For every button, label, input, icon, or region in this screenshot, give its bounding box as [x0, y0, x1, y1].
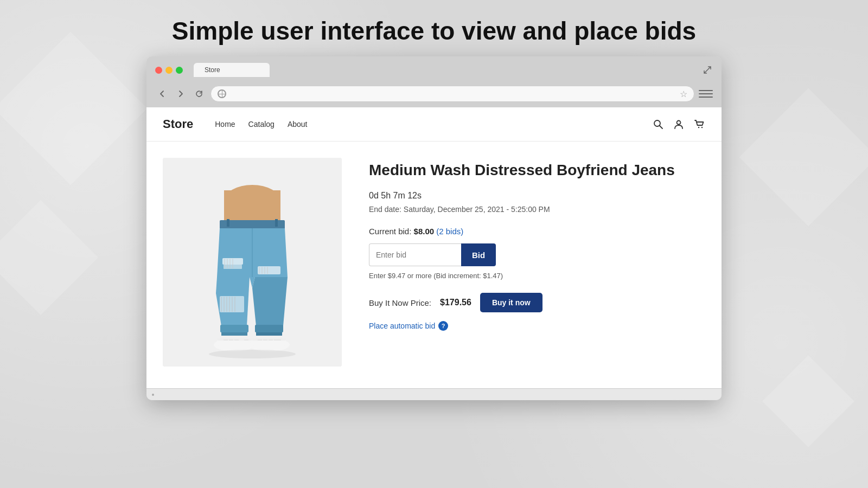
svg-rect-19 — [258, 266, 280, 274]
bid-hint: Enter $9.47 or more (Bid increment: $1.4… — [369, 272, 705, 280]
end-date: End date: Saturday, December 25, 2021 - … — [369, 205, 705, 214]
product-image-bg — [163, 158, 342, 367]
address-bar[interactable]: ☆ — [210, 86, 694, 102]
nav-links: Home Catalog About — [215, 120, 307, 129]
svg-point-0 — [654, 120, 660, 126]
nav-link-about[interactable]: About — [288, 120, 308, 129]
expand-button[interactable] — [702, 65, 713, 75]
product-image — [163, 158, 342, 367]
svg-point-4 — [701, 127, 703, 128]
current-bid-label: Current bid: — [369, 227, 411, 236]
traffic-lights — [155, 67, 183, 74]
svg-rect-31 — [220, 325, 248, 332]
browser-window: Store ☆ — [146, 56, 722, 400]
page-headline: Simple user interface to view and place … — [161, 16, 707, 46]
browser-chrome: Store ☆ — [146, 56, 722, 107]
buy-now-row: Buy It Now Price: $179.56 Buy it now — [369, 293, 705, 312]
buy-now-button[interactable]: Buy it now — [480, 293, 542, 312]
browser-titlebar: Store — [155, 63, 713, 77]
current-bid-row: Current bid: $8.00 (2 bids) — [369, 227, 705, 236]
end-date-value: Saturday, December 25, 2021 - 5:25:00 PM — [404, 205, 550, 214]
buy-now-label: Buy It Now Price: — [369, 298, 431, 307]
refresh-button[interactable] — [192, 87, 206, 101]
nav-link-home[interactable]: Home — [215, 120, 235, 129]
product-details: Medium Wash Distressed Boyfriend Jeans 0… — [369, 158, 705, 367]
bookmark-icon[interactable]: ☆ — [680, 89, 687, 99]
nav-icons — [652, 118, 705, 130]
store-navbar: Store Home Catalog About — [146, 107, 722, 142]
account-button[interactable] — [673, 118, 685, 130]
svg-rect-34 — [256, 332, 282, 336]
svg-rect-12 — [275, 219, 278, 227]
store-logo[interactable]: Store — [163, 117, 193, 131]
svg-rect-7 — [224, 190, 280, 223]
tab-title: Store — [205, 66, 220, 74]
globe-icon — [218, 89, 226, 98]
jeans-illustration — [163, 158, 342, 367]
bottom-dot — [152, 394, 154, 396]
end-date-label: End date: — [369, 205, 401, 214]
minimize-window-button[interactable] — [165, 67, 173, 74]
bg-decoration-3 — [739, 88, 868, 227]
svg-point-2 — [677, 121, 681, 125]
svg-point-49 — [209, 350, 296, 358]
maximize-window-button[interactable] — [176, 67, 183, 74]
bid-count: (2 bids) — [436, 227, 463, 236]
browser-tab[interactable]: Store — [194, 63, 270, 77]
current-bid-price: $8.00 — [414, 227, 435, 236]
svg-rect-32 — [221, 332, 247, 336]
close-window-button[interactable] — [155, 67, 162, 74]
cart-button[interactable] — [693, 118, 705, 130]
auction-timer: 0d 5h 7m 12s — [369, 191, 705, 201]
product-section: Medium Wash Distressed Boyfriend Jeans 0… — [146, 142, 722, 388]
auto-bid-link[interactable]: Place automatic bid — [369, 322, 435, 330]
browser-bottom-bar — [146, 388, 722, 400]
auto-bid-row: Place automatic bid ? — [369, 321, 705, 331]
help-icon[interactable]: ? — [438, 321, 448, 331]
svg-point-3 — [698, 127, 699, 128]
browser-toolbar: ☆ — [155, 81, 713, 107]
bid-input-row: Bid — [369, 243, 705, 266]
bg-decoration-2 — [0, 200, 98, 315]
bg-decoration-4 — [762, 355, 854, 447]
svg-rect-11 — [227, 219, 229, 227]
bid-button[interactable]: Bid — [461, 243, 496, 266]
svg-rect-33 — [255, 325, 283, 332]
nav-link-catalog[interactable]: Catalog — [248, 120, 275, 129]
product-title: Medium Wash Distressed Boyfriend Jeans — [369, 160, 705, 180]
back-button[interactable] — [155, 87, 169, 101]
bid-input[interactable] — [369, 243, 461, 266]
buy-now-price: $179.56 — [440, 298, 471, 307]
svg-line-1 — [660, 126, 662, 129]
bg-decoration-1 — [0, 32, 147, 185]
forward-button[interactable] — [174, 87, 188, 101]
browser-content: Store Home Catalog About — [146, 107, 722, 388]
menu-button[interactable] — [699, 87, 713, 101]
search-button[interactable] — [652, 118, 664, 130]
